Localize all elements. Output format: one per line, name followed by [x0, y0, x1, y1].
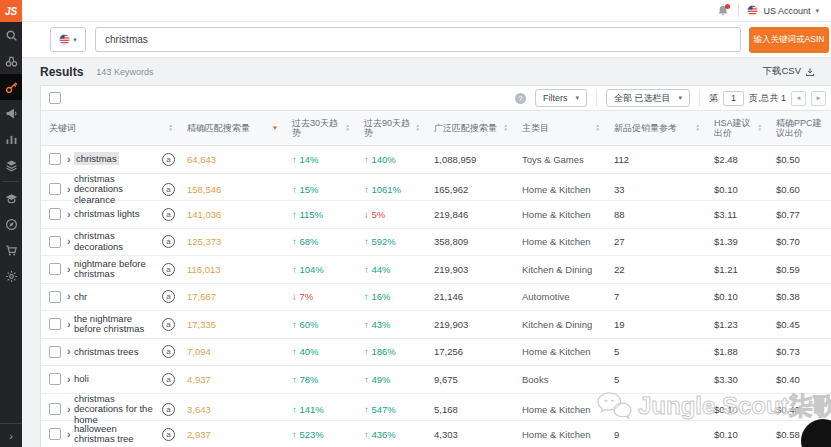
- exact-search-volume: 17,667: [179, 291, 284, 302]
- columns-dropdown[interactable]: 全部 已选栏目 ▾: [606, 89, 690, 107]
- sort-icon: ▲▼: [346, 124, 350, 132]
- filters-dropdown[interactable]: Filters ▾: [535, 89, 587, 107]
- keyword-text: chr: [74, 292, 158, 303]
- trend-value: ↑ 1061%: [364, 184, 401, 195]
- download-csv-link[interactable]: 下载CSV: [762, 65, 815, 78]
- sidebar-item-key[interactable]: [0, 74, 22, 100]
- sidebar-item-graduation-cap[interactable]: [0, 185, 22, 211]
- expand-row-icon[interactable]: ›: [67, 346, 71, 357]
- compass-icon: [5, 218, 18, 231]
- expand-row-icon[interactable]: ›: [67, 291, 71, 302]
- amazon-link-icon[interactable]: a: [162, 345, 175, 358]
- row-checkbox[interactable]: [49, 346, 61, 358]
- row-checkbox[interactable]: [49, 403, 61, 415]
- trend-90d: ↑ 592%: [356, 236, 426, 247]
- column-header-7[interactable]: 新品促销量参考▲▼: [606, 111, 706, 145]
- exact-search-volume: 17,335: [179, 319, 284, 330]
- amazon-link-icon[interactable]: a: [162, 235, 175, 248]
- exact-search-volume: 4,937: [179, 374, 284, 385]
- row-checkbox[interactable]: [49, 153, 61, 165]
- row-checkbox[interactable]: [49, 183, 61, 195]
- hsa-bid: $0.10: [706, 404, 768, 415]
- row-checkbox[interactable]: [49, 373, 61, 385]
- graduation-cap-icon: [5, 192, 18, 205]
- expand-row-icon[interactable]: ›: [67, 264, 71, 275]
- row-checkbox[interactable]: [49, 208, 61, 220]
- sidebar-item-binoculars[interactable]: [0, 48, 22, 74]
- row-checkbox[interactable]: [49, 263, 61, 275]
- column-header-6[interactable]: 主类目▲▼: [514, 111, 606, 145]
- broad-search-volume: 219,846: [426, 209, 514, 220]
- expand-row-icon[interactable]: ›: [67, 236, 71, 247]
- column-header-9[interactable]: 精确PPC建议出价: [768, 111, 831, 145]
- results-count: 143 Keywords: [96, 67, 153, 77]
- column-header-8[interactable]: HSA建议出价▲▼: [706, 111, 768, 145]
- broad-search-volume: 21,146: [426, 291, 514, 302]
- expand-row-icon[interactable]: ›: [67, 184, 71, 195]
- row-checkbox[interactable]: [49, 428, 61, 440]
- amazon-link-icon[interactable]: a: [162, 290, 175, 303]
- amazon-link-icon[interactable]: a: [162, 263, 175, 276]
- submit-keywords-button[interactable]: 输入关键词或ASIN: [749, 27, 829, 53]
- sidebar-item-layers[interactable]: [0, 152, 22, 178]
- column-header-label: 精确匹配搜索量: [187, 123, 250, 134]
- expand-row-icon[interactable]: ›: [67, 319, 71, 330]
- prev-page-button[interactable]: ◄: [791, 91, 806, 106]
- keyword-search-input[interactable]: [95, 27, 741, 52]
- sidebar-item-compass[interactable]: [0, 211, 22, 237]
- expand-row-icon[interactable]: ›: [67, 209, 71, 220]
- amazon-link-icon[interactable]: a: [162, 153, 175, 166]
- column-header-5[interactable]: 广泛匹配搜索量▲▼: [426, 111, 514, 145]
- broad-search-volume: 1,088,959: [426, 154, 514, 165]
- sort-desc-icon: ▼: [272, 125, 278, 131]
- hsa-bid: $0.10: [706, 429, 768, 440]
- filters-label: Filters: [543, 93, 568, 103]
- sidebar-expand-button[interactable]: ›: [0, 423, 22, 447]
- row-checkbox[interactable]: [49, 291, 61, 303]
- hsa-bid: $2.48: [706, 154, 768, 165]
- trend-30d: ↑ 104%: [284, 264, 356, 275]
- column-header-1[interactable]: 关键词▲▼: [41, 111, 179, 145]
- expand-row-icon[interactable]: ›: [67, 404, 71, 415]
- amazon-link-icon[interactable]: a: [162, 208, 175, 221]
- trend-value: ↑ 592%: [364, 236, 396, 247]
- category: Toys & Games: [514, 154, 606, 165]
- notifications-bell-icon[interactable]: [716, 4, 730, 18]
- row-checkbox[interactable]: [49, 318, 61, 330]
- trend-value: ↑ 115%: [292, 209, 323, 220]
- expand-row-icon[interactable]: ›: [67, 374, 71, 385]
- trend-90d: ↑ 16%: [356, 291, 426, 302]
- trend-30d: ↑ 78%: [284, 374, 356, 385]
- next-page-button[interactable]: ►: [811, 91, 826, 106]
- sidebar-item-bar-chart[interactable]: [0, 126, 22, 152]
- sidebar-item-megaphone[interactable]: [0, 100, 22, 126]
- trend-value: ↑ 68%: [292, 236, 318, 247]
- expand-row-icon[interactable]: ›: [67, 429, 71, 440]
- column-header-label: 关键词: [49, 123, 76, 134]
- table-row: ›nightmare before christmasa116,013↑ 104…: [41, 256, 831, 284]
- column-header-3[interactable]: 过去30天趋势▲▼: [284, 111, 356, 145]
- select-all-checkbox[interactable]: [49, 92, 61, 104]
- divider: [738, 4, 739, 17]
- trend-value: ↑ 16%: [364, 291, 390, 302]
- account-menu[interactable]: US Account ▾: [747, 5, 819, 16]
- row-checkbox[interactable]: [49, 236, 61, 248]
- amazon-link-icon[interactable]: a: [162, 318, 175, 331]
- sidebar-item-gear[interactable]: [0, 263, 22, 289]
- amazon-link-icon[interactable]: a: [162, 403, 175, 416]
- trend-30d: ↑ 60%: [284, 319, 356, 330]
- amazon-link-icon[interactable]: a: [162, 373, 175, 386]
- marketplace-selector[interactable]: ▾: [50, 27, 86, 52]
- column-header-2[interactable]: 精确匹配搜索量▼: [179, 111, 284, 145]
- amazon-link-icon[interactable]: a: [162, 428, 175, 441]
- help-icon[interactable]: ?: [515, 93, 526, 104]
- search-icon: [5, 29, 18, 42]
- download-csv-label: 下载CSV: [762, 65, 801, 78]
- amazon-link-icon[interactable]: a: [162, 183, 175, 196]
- page-number-input[interactable]: [723, 91, 744, 106]
- junglescout-logo[interactable]: JS: [0, 0, 22, 22]
- expand-row-icon[interactable]: ›: [67, 154, 71, 165]
- column-header-4[interactable]: 过去90天趋势▲▼: [356, 111, 426, 145]
- sidebar-item-cart[interactable]: [0, 237, 22, 263]
- sidebar-item-search[interactable]: [0, 22, 22, 48]
